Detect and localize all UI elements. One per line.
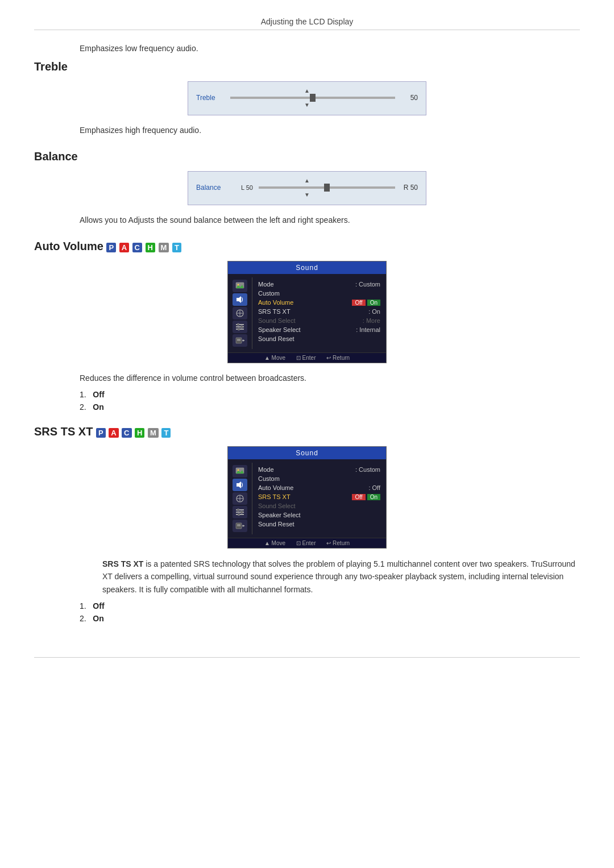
menu-srs-value: : On <box>368 308 380 315</box>
footer-enter: ⊡ Enter <box>296 355 316 361</box>
srs-section-title: SRS TS XT P A C H M T <box>34 425 580 438</box>
badge-t: T <box>172 243 181 252</box>
srs-ss-label: Sound Select <box>258 502 295 509</box>
srs-menu-title: Sound <box>228 447 386 459</box>
badge-m: M <box>159 243 169 252</box>
auto-volume-title-text: Auto Volume <box>34 240 103 252</box>
srs-srs-label: SRS TS XT <box>258 493 291 500</box>
srs-badge-c: C <box>122 428 131 438</box>
auto-volume-menu-title: Sound <box>228 261 386 274</box>
treble-slider-row: Treble 50 <box>196 94 418 102</box>
auto-volume-menu-body: Mode : Custom Custom Auto Volume Off On … <box>228 274 386 352</box>
svg-point-27 <box>237 509 239 511</box>
auto-volume-section-title: Auto Volume P A C H M T <box>34 240 580 253</box>
balance-slider-label: Balance <box>196 184 225 192</box>
svg-point-29 <box>238 513 240 516</box>
menu-item-srs: SRS TS XT : On <box>258 307 380 316</box>
srs-option-1: 1. Off <box>80 601 580 610</box>
tag-off[interactable]: Off <box>352 300 365 306</box>
srs-menu-body: Mode : Custom Custom Auto Volume : Off S… <box>228 459 386 538</box>
auto-volume-menu-items: Mode : Custom Custom Auto Volume Off On … <box>252 277 386 349</box>
menu-item-speaker-select: Speaker Select : Internal <box>258 325 380 334</box>
balance-arrows-up: ▲ <box>196 177 418 184</box>
srs-icon-setup <box>233 506 247 518</box>
badge-a: A <box>119 243 129 252</box>
svg-point-12 <box>238 328 240 330</box>
treble-slider-thumb[interactable] <box>310 94 316 102</box>
footer-return: ↩ Return <box>326 355 350 361</box>
menu-srs-label: SRS TS XT <box>258 308 291 315</box>
balance-slider-thumb[interactable] <box>324 184 330 192</box>
auto-volume-menu-footer: ▲ Move ⊡ Enter ↩ Return <box>228 352 386 363</box>
badge-h: H <box>146 243 155 252</box>
header-divider <box>34 30 580 30</box>
srs-badge-t: T <box>161 428 171 438</box>
menu-icon-picture <box>233 280 247 292</box>
srs-footer-move: ▲ Move <box>264 540 285 546</box>
page-header: Adjusting the LCD Display <box>34 17 580 26</box>
srs-description: SRS TS XT is a patented SRS technology t… <box>102 558 580 596</box>
srs-menu-av: Auto Volume : Off <box>258 483 380 492</box>
auto-volume-menu-icons <box>228 277 252 349</box>
treble-slider-box: ▲ Treble 50 ▼ <box>188 81 426 115</box>
menu-item-mode: Mode : Custom <box>258 280 380 289</box>
balance-arrows-down: ▼ <box>196 192 418 198</box>
menu-spk-label: Speaker Select <box>258 326 301 333</box>
balance-section-title: Balance <box>34 150 580 163</box>
tag-on[interactable]: On <box>367 300 380 306</box>
menu-icon-sound[interactable] <box>233 293 247 306</box>
srs-badge-p: P <box>96 428 106 438</box>
srs-menu-items: Mode : Custom Custom Auto Volume : Off S… <box>252 463 386 534</box>
menu-icon-setup <box>233 321 247 333</box>
treble-section-title: Treble <box>34 60 580 73</box>
header-title: Adjusting the LCD Display <box>261 17 354 26</box>
menu-mode-label: Mode <box>258 281 274 288</box>
srs-tag-on[interactable]: On <box>367 494 380 500</box>
srs-tag-off[interactable]: Off <box>352 494 365 500</box>
srs-icon-picture <box>233 465 247 477</box>
treble-intro: Emphasizes low frequency audio. <box>80 43 580 55</box>
balance-left-value: L 50 <box>230 184 253 191</box>
srs-menu-sound-reset: Sound Reset <box>258 520 380 529</box>
av-option-1: 1. Off <box>80 390 580 399</box>
balance-slider-box: ▲ Balance L 50 R 50 ▼ <box>188 171 426 205</box>
srs-badge-a: A <box>109 428 118 438</box>
balance-right-value: R 50 <box>401 184 418 192</box>
footer-move: ▲ Move <box>264 355 285 361</box>
svg-marker-33 <box>243 525 244 527</box>
balance-slider-row: Balance L 50 R 50 <box>196 184 418 192</box>
balance-title: Balance <box>34 150 78 163</box>
srs-menu-mode: Mode : Custom <box>258 465 380 474</box>
srs-badge-m: M <box>148 428 159 438</box>
menu-av-value: Off On <box>352 299 380 306</box>
balance-desc-text: Allows you to Adjusts the sound balance … <box>80 215 350 225</box>
srs-footer-return: ↩ Return <box>326 540 350 546</box>
badge-c: C <box>132 243 142 252</box>
srs-sr-label: Sound Reset <box>258 521 294 528</box>
page: Adjusting the LCD Display Emphasizes low… <box>0 0 614 692</box>
srs-av-label: Auto Volume <box>258 484 293 491</box>
auto-volume-menu: Sound <box>227 261 387 363</box>
svg-marker-16 <box>243 339 244 342</box>
av-option-2: 2. On <box>80 402 580 412</box>
srs-menu: Sound <box>227 446 387 549</box>
srs-menu-footer: ▲ Move ⊡ Enter ↩ Return <box>228 538 386 548</box>
svg-rect-31 <box>237 524 240 526</box>
menu-mode-value: : Custom <box>355 281 380 288</box>
srs-footer-enter: ⊡ Enter <box>296 540 316 546</box>
menu-sr-label: Sound Reset <box>258 335 294 342</box>
srs-mode-value: : Custom <box>355 466 380 473</box>
srs-custom-label: Custom <box>258 475 280 482</box>
menu-item-auto-volume: Auto Volume Off On <box>258 298 380 307</box>
srs-icon-sound[interactable] <box>233 479 247 491</box>
menu-av-label: Auto Volume <box>258 299 293 306</box>
treble-slider-track[interactable] <box>230 97 395 99</box>
srs-srs-value: Off On <box>352 493 380 500</box>
srs-av-value: : Off <box>368 484 380 491</box>
treble-description: Emphasizes high frequency audio. <box>80 124 580 136</box>
srs-icon-input <box>233 520 247 532</box>
bottom-divider <box>34 657 580 658</box>
menu-item-sound-select: Sound Select : More <box>258 316 380 325</box>
balance-slider-track[interactable] <box>259 186 395 189</box>
srs-menu-srs: SRS TS XT Off On <box>258 492 380 501</box>
